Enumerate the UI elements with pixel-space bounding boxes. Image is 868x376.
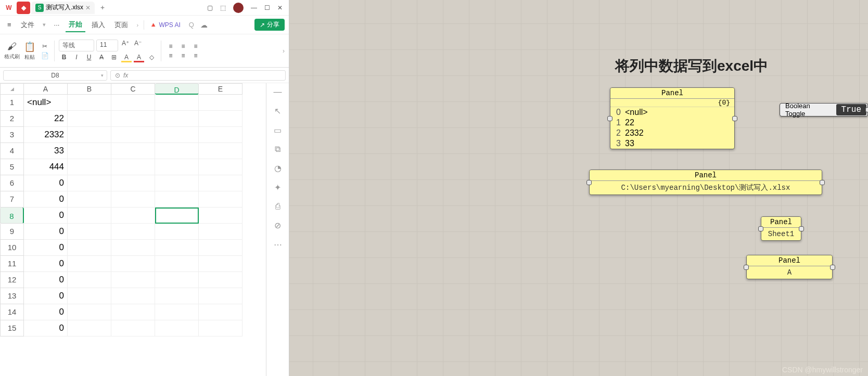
- chevron-down-icon[interactable]: ▾: [41, 21, 48, 28]
- cell-C10[interactable]: [111, 240, 155, 256]
- cell-D8[interactable]: [155, 208, 199, 224]
- cell-D6[interactable]: [155, 175, 199, 191]
- cell-D15[interactable]: [155, 320, 199, 336]
- font-size-select[interactable]: 11: [96, 40, 118, 51]
- input-grip[interactable]: [758, 226, 763, 231]
- clear-format-icon[interactable]: ◇: [146, 54, 157, 62]
- italic-icon[interactable]: I: [71, 54, 82, 62]
- close-window-icon[interactable]: ✕: [277, 4, 283, 11]
- cell-A2[interactable]: 22: [24, 111, 68, 127]
- cell-D13[interactable]: [155, 288, 199, 304]
- cell-C4[interactable]: [111, 143, 155, 159]
- cell-E6[interactable]: [199, 175, 242, 191]
- row-header-5[interactable]: 5: [0, 159, 24, 175]
- font-color-icon[interactable]: A: [134, 54, 144, 62]
- cell-C8[interactable]: [111, 208, 155, 224]
- row-header-3[interactable]: 3: [0, 127, 24, 143]
- window-split-icon[interactable]: ▢: [207, 4, 213, 11]
- cell-B13[interactable]: [68, 288, 111, 304]
- row-header-12[interactable]: 12: [0, 272, 24, 288]
- file-tab[interactable]: S 测试写入.xlsx ✕: [31, 2, 95, 14]
- panel-collapse-icon[interactable]: —: [274, 87, 282, 97]
- menu-start[interactable]: 开始: [66, 18, 85, 32]
- input-grip[interactable]: [607, 116, 612, 121]
- cut-icon[interactable]: ✂: [40, 43, 50, 50]
- cell-D11[interactable]: [155, 256, 199, 272]
- minimize-icon[interactable]: —: [251, 4, 257, 11]
- align-center-icon[interactable]: ≡: [178, 52, 188, 59]
- row-header-6[interactable]: 6: [0, 175, 24, 191]
- boolean-toggle[interactable]: Boolean Toggle True: [780, 103, 868, 116]
- underline-icon[interactable]: U: [84, 54, 94, 62]
- cell-B5[interactable]: [68, 159, 111, 175]
- align-bot-icon[interactable]: ≡: [190, 43, 201, 50]
- grasshopper-canvas[interactable]: 将列中数据写到excel中 Panel {0} 0<null>122223323…: [289, 0, 868, 376]
- spreadsheet-grid[interactable]: ◢ ABCDE 123456789101112131415 <null>2223…: [0, 83, 289, 376]
- cell-C3[interactable]: [111, 127, 155, 143]
- name-box[interactable]: D8▾: [3, 70, 107, 81]
- output-grip[interactable]: [820, 180, 825, 185]
- cell-A7[interactable]: 0: [24, 191, 68, 208]
- cell-B9[interactable]: [68, 224, 111, 240]
- cell-E9[interactable]: [199, 224, 242, 240]
- cell-C5[interactable]: [111, 159, 155, 175]
- cell-E11[interactable]: [199, 256, 242, 272]
- cell-D2[interactable]: [155, 111, 199, 127]
- more-tools-icon[interactable]: ⋯: [274, 240, 282, 250]
- cell-A11[interactable]: 0: [24, 256, 68, 272]
- wps-app-icon[interactable]: W: [2, 2, 16, 14]
- cell-B4[interactable]: [68, 143, 111, 159]
- decrease-font-icon[interactable]: A⁻: [133, 40, 143, 51]
- layout-tool-icon[interactable]: ⧉: [275, 145, 280, 154]
- cell-B3[interactable]: [68, 127, 111, 143]
- cell-E15[interactable]: [199, 320, 242, 336]
- cell-E13[interactable]: [199, 288, 242, 304]
- column-header-D[interactable]: D: [155, 83, 199, 95]
- row-header-1[interactable]: 1: [0, 95, 24, 111]
- cell-D14[interactable]: [155, 304, 199, 320]
- menu-page[interactable]: 页面: [111, 18, 131, 32]
- fill-color-icon[interactable]: A: [121, 54, 132, 62]
- align-top-icon[interactable]: ≡: [165, 43, 176, 50]
- output-grip[interactable]: [732, 116, 737, 121]
- cell-C7[interactable]: [111, 191, 155, 208]
- copy-icon[interactable]: 📄: [40, 52, 50, 59]
- cell-E1[interactable]: [199, 95, 242, 111]
- cell-D3[interactable]: [155, 127, 199, 143]
- menu-file[interactable]: 文件: [18, 18, 37, 32]
- input-grip[interactable]: [586, 180, 592, 185]
- select-all-corner[interactable]: ◢: [0, 83, 24, 95]
- data-panel[interactable]: Panel {0} 0<null>12222332333: [610, 87, 735, 149]
- wps-home-icon[interactable]: ◆: [17, 2, 30, 14]
- cell-C2[interactable]: [111, 111, 155, 127]
- chevron-right-icon[interactable]: ›: [134, 22, 141, 28]
- align-mid-icon[interactable]: ≡: [178, 43, 188, 50]
- cell-C14[interactable]: [111, 304, 155, 320]
- cell-D7[interactable]: [155, 191, 199, 208]
- maximize-icon[interactable]: ☐: [264, 4, 270, 11]
- row-header-11[interactable]: 11: [0, 256, 24, 272]
- wps-ai-button[interactable]: 🔺 WPS AI: [147, 21, 183, 29]
- filepath-panel[interactable]: Panel C:\Users\myearning\Desktop\测试写入.xl…: [589, 170, 822, 195]
- cell-C15[interactable]: [111, 320, 155, 336]
- fx-box[interactable]: ⊙fx: [110, 70, 286, 81]
- cell-E3[interactable]: [199, 127, 242, 143]
- row-header-8[interactable]: 8: [0, 208, 24, 224]
- cloud-icon[interactable]: ☁: [200, 21, 208, 29]
- cell-B14[interactable]: [68, 304, 111, 320]
- cell-A6[interactable]: 0: [24, 175, 68, 191]
- cell-B15[interactable]: [68, 320, 111, 336]
- cell-D12[interactable]: [155, 272, 199, 288]
- cell-B12[interactable]: [68, 272, 111, 288]
- cell-D5[interactable]: [155, 159, 199, 175]
- sheetname-panel[interactable]: Panel Sheet1: [761, 216, 801, 241]
- cell-B6[interactable]: [68, 175, 111, 191]
- cell-B8[interactable]: [68, 208, 111, 224]
- font-select[interactable]: 等线: [59, 40, 94, 51]
- search-icon[interactable]: Q: [186, 19, 197, 31]
- toggle-value[interactable]: True: [836, 104, 866, 115]
- paste-button[interactable]: 📋粘贴: [24, 41, 35, 61]
- strike-icon[interactable]: A̶: [96, 54, 107, 62]
- output-grip[interactable]: [830, 265, 835, 270]
- border-icon[interactable]: ⊞: [109, 54, 119, 62]
